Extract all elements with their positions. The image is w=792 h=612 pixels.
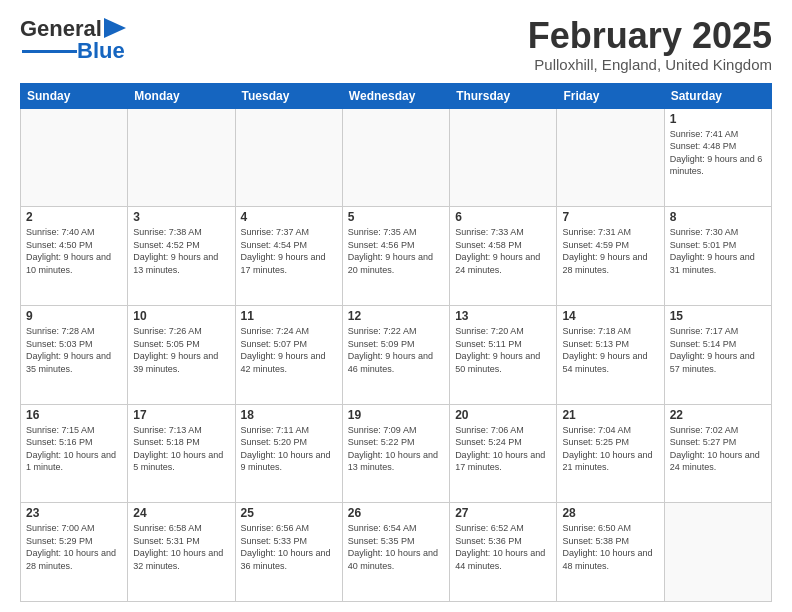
cell-3-3: 19Sunrise: 7:09 AM Sunset: 5:22 PM Dayli… xyxy=(342,404,449,503)
cell-info: Sunrise: 7:41 AM Sunset: 4:48 PM Dayligh… xyxy=(670,128,766,178)
cell-info: Sunrise: 7:11 AM Sunset: 5:20 PM Dayligh… xyxy=(241,424,337,474)
cell-0-1 xyxy=(128,108,235,207)
day-number: 22 xyxy=(670,408,766,422)
day-number: 24 xyxy=(133,506,229,520)
cell-2-2: 11Sunrise: 7:24 AM Sunset: 5:07 PM Dayli… xyxy=(235,305,342,404)
cell-3-1: 17Sunrise: 7:13 AM Sunset: 5:18 PM Dayli… xyxy=(128,404,235,503)
calendar-page: General Blue February 2025 Pulloxhill, E… xyxy=(0,0,792,612)
day-number: 10 xyxy=(133,309,229,323)
week-row-3: 16Sunrise: 7:15 AM Sunset: 5:16 PM Dayli… xyxy=(21,404,772,503)
cell-4-2: 25Sunrise: 6:56 AM Sunset: 5:33 PM Dayli… xyxy=(235,503,342,602)
day-number: 14 xyxy=(562,309,658,323)
calendar-table: Sunday Monday Tuesday Wednesday Thursday… xyxy=(20,83,772,602)
cell-1-0: 2Sunrise: 7:40 AM Sunset: 4:50 PM Daylig… xyxy=(21,207,128,306)
day-number: 7 xyxy=(562,210,658,224)
day-number: 13 xyxy=(455,309,551,323)
day-number: 26 xyxy=(348,506,444,520)
cell-1-3: 5Sunrise: 7:35 AM Sunset: 4:56 PM Daylig… xyxy=(342,207,449,306)
cell-0-6: 1Sunrise: 7:41 AM Sunset: 4:48 PM Daylig… xyxy=(664,108,771,207)
cell-0-5 xyxy=(557,108,664,207)
cell-info: Sunrise: 7:30 AM Sunset: 5:01 PM Dayligh… xyxy=(670,226,766,276)
col-tuesday: Tuesday xyxy=(235,83,342,108)
week-row-2: 9Sunrise: 7:28 AM Sunset: 5:03 PM Daylig… xyxy=(21,305,772,404)
cell-2-6: 15Sunrise: 7:17 AM Sunset: 5:14 PM Dayli… xyxy=(664,305,771,404)
month-title: February 2025 xyxy=(528,16,772,56)
cell-info: Sunrise: 7:00 AM Sunset: 5:29 PM Dayligh… xyxy=(26,522,122,572)
day-number: 2 xyxy=(26,210,122,224)
cell-4-6 xyxy=(664,503,771,602)
cell-3-0: 16Sunrise: 7:15 AM Sunset: 5:16 PM Dayli… xyxy=(21,404,128,503)
cell-info: Sunrise: 7:28 AM Sunset: 5:03 PM Dayligh… xyxy=(26,325,122,375)
day-number: 17 xyxy=(133,408,229,422)
cell-3-6: 22Sunrise: 7:02 AM Sunset: 5:27 PM Dayli… xyxy=(664,404,771,503)
day-number: 6 xyxy=(455,210,551,224)
day-number: 23 xyxy=(26,506,122,520)
cell-info: Sunrise: 7:40 AM Sunset: 4:50 PM Dayligh… xyxy=(26,226,122,276)
cell-info: Sunrise: 7:04 AM Sunset: 5:25 PM Dayligh… xyxy=(562,424,658,474)
day-number: 4 xyxy=(241,210,337,224)
cell-info: Sunrise: 7:13 AM Sunset: 5:18 PM Dayligh… xyxy=(133,424,229,474)
cell-info: Sunrise: 7:33 AM Sunset: 4:58 PM Dayligh… xyxy=(455,226,551,276)
logo: General Blue xyxy=(20,16,126,64)
day-number: 19 xyxy=(348,408,444,422)
cell-info: Sunrise: 7:18 AM Sunset: 5:13 PM Dayligh… xyxy=(562,325,658,375)
cell-info: Sunrise: 6:58 AM Sunset: 5:31 PM Dayligh… xyxy=(133,522,229,572)
cell-info: Sunrise: 7:06 AM Sunset: 5:24 PM Dayligh… xyxy=(455,424,551,474)
cell-info: Sunrise: 7:37 AM Sunset: 4:54 PM Dayligh… xyxy=(241,226,337,276)
cell-info: Sunrise: 7:15 AM Sunset: 5:16 PM Dayligh… xyxy=(26,424,122,474)
cell-2-3: 12Sunrise: 7:22 AM Sunset: 5:09 PM Dayli… xyxy=(342,305,449,404)
cell-2-0: 9Sunrise: 7:28 AM Sunset: 5:03 PM Daylig… xyxy=(21,305,128,404)
location: Pulloxhill, England, United Kingdom xyxy=(528,56,772,73)
cell-0-4 xyxy=(450,108,557,207)
cell-info: Sunrise: 7:24 AM Sunset: 5:07 PM Dayligh… xyxy=(241,325,337,375)
col-monday: Monday xyxy=(128,83,235,108)
cell-info: Sunrise: 6:56 AM Sunset: 5:33 PM Dayligh… xyxy=(241,522,337,572)
col-friday: Friday xyxy=(557,83,664,108)
cell-info: Sunrise: 7:26 AM Sunset: 5:05 PM Dayligh… xyxy=(133,325,229,375)
day-number: 25 xyxy=(241,506,337,520)
logo-arrow-icon xyxy=(104,18,126,38)
cell-4-5: 28Sunrise: 6:50 AM Sunset: 5:38 PM Dayli… xyxy=(557,503,664,602)
cell-3-4: 20Sunrise: 7:06 AM Sunset: 5:24 PM Dayli… xyxy=(450,404,557,503)
col-thursday: Thursday xyxy=(450,83,557,108)
day-number: 21 xyxy=(562,408,658,422)
cell-1-6: 8Sunrise: 7:30 AM Sunset: 5:01 PM Daylig… xyxy=(664,207,771,306)
cell-info: Sunrise: 7:35 AM Sunset: 4:56 PM Dayligh… xyxy=(348,226,444,276)
day-number: 1 xyxy=(670,112,766,126)
day-number: 16 xyxy=(26,408,122,422)
cell-4-0: 23Sunrise: 7:00 AM Sunset: 5:29 PM Dayli… xyxy=(21,503,128,602)
cell-0-0 xyxy=(21,108,128,207)
day-number: 9 xyxy=(26,309,122,323)
title-block: February 2025 Pulloxhill, England, Unite… xyxy=(528,16,772,73)
cell-4-3: 26Sunrise: 6:54 AM Sunset: 5:35 PM Dayli… xyxy=(342,503,449,602)
col-saturday: Saturday xyxy=(664,83,771,108)
day-number: 18 xyxy=(241,408,337,422)
cell-info: Sunrise: 7:09 AM Sunset: 5:22 PM Dayligh… xyxy=(348,424,444,474)
week-row-4: 23Sunrise: 7:00 AM Sunset: 5:29 PM Dayli… xyxy=(21,503,772,602)
day-number: 28 xyxy=(562,506,658,520)
cell-1-2: 4Sunrise: 7:37 AM Sunset: 4:54 PM Daylig… xyxy=(235,207,342,306)
cell-info: Sunrise: 7:31 AM Sunset: 4:59 PM Dayligh… xyxy=(562,226,658,276)
cell-3-5: 21Sunrise: 7:04 AM Sunset: 5:25 PM Dayli… xyxy=(557,404,664,503)
cell-1-4: 6Sunrise: 7:33 AM Sunset: 4:58 PM Daylig… xyxy=(450,207,557,306)
col-sunday: Sunday xyxy=(21,83,128,108)
col-wednesday: Wednesday xyxy=(342,83,449,108)
header: General Blue February 2025 Pulloxhill, E… xyxy=(20,16,772,73)
day-number: 12 xyxy=(348,309,444,323)
calendar-header-row: Sunday Monday Tuesday Wednesday Thursday… xyxy=(21,83,772,108)
cell-2-1: 10Sunrise: 7:26 AM Sunset: 5:05 PM Dayli… xyxy=(128,305,235,404)
cell-1-1: 3Sunrise: 7:38 AM Sunset: 4:52 PM Daylig… xyxy=(128,207,235,306)
day-number: 20 xyxy=(455,408,551,422)
cell-info: Sunrise: 7:22 AM Sunset: 5:09 PM Dayligh… xyxy=(348,325,444,375)
cell-4-1: 24Sunrise: 6:58 AM Sunset: 5:31 PM Dayli… xyxy=(128,503,235,602)
cell-info: Sunrise: 7:20 AM Sunset: 5:11 PM Dayligh… xyxy=(455,325,551,375)
cell-1-5: 7Sunrise: 7:31 AM Sunset: 4:59 PM Daylig… xyxy=(557,207,664,306)
day-number: 8 xyxy=(670,210,766,224)
day-number: 5 xyxy=(348,210,444,224)
cell-info: Sunrise: 6:50 AM Sunset: 5:38 PM Dayligh… xyxy=(562,522,658,572)
svg-marker-0 xyxy=(104,18,126,38)
day-number: 27 xyxy=(455,506,551,520)
week-row-0: 1Sunrise: 7:41 AM Sunset: 4:48 PM Daylig… xyxy=(21,108,772,207)
cell-info: Sunrise: 7:17 AM Sunset: 5:14 PM Dayligh… xyxy=(670,325,766,375)
cell-2-5: 14Sunrise: 7:18 AM Sunset: 5:13 PM Dayli… xyxy=(557,305,664,404)
